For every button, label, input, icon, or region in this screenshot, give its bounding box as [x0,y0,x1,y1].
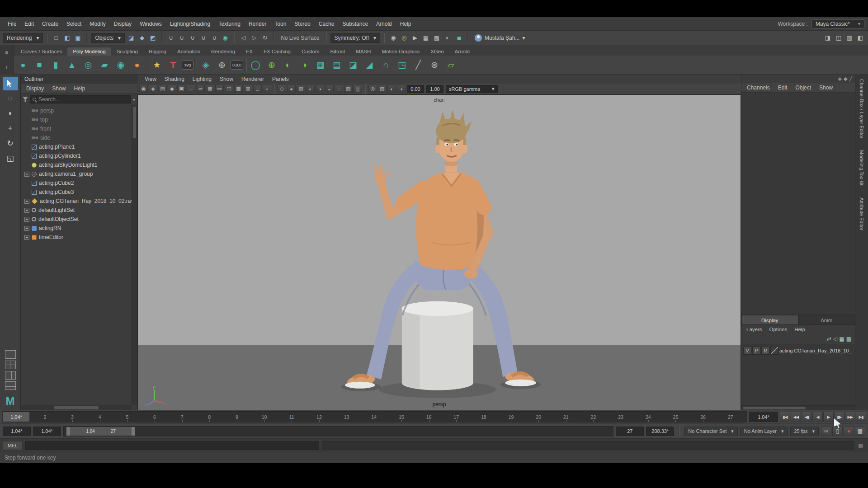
animation-end-field[interactable]: 208.33* [646,427,674,436]
shelf-tab[interactable]: Rendering [206,47,241,56]
sync-layers-icon[interactable]: ⇄ [827,336,831,342]
step-back-frame-button[interactable]: ◀◀ [791,412,801,422]
layer-playback-toggle[interactable]: P [752,347,760,355]
expand-toggle[interactable] [24,127,29,131]
menu-item[interactable]: Cache [315,21,339,27]
create-empty-layer-icon[interactable]: ▦ [839,336,844,342]
render-frame-icon[interactable]: ◉ [388,33,398,43]
menu-item[interactable]: Display [110,21,136,27]
menu-item[interactable]: File [4,21,20,27]
expand-toggle[interactable] [24,117,29,122]
polygon-cube-button[interactable]: ■ [32,57,47,73]
viewport-canvas[interactable]: char: persp y x z [137,94,741,410]
menu-item[interactable]: Edit [20,21,38,27]
shelf-separator[interactable] [146,58,148,72]
multi-cut-button[interactable]: ╱ [410,57,426,73]
shelf-tab[interactable]: Poly Modeling [67,47,111,56]
gate-mask-icon[interactable]: ▩ [234,84,243,93]
toggle-attribute-editor-icon[interactable]: ◨ [823,33,833,43]
viewport-menu-item[interactable]: Panels [269,76,292,82]
render-settings-icon[interactable]: ▦ [421,33,431,43]
menu-item[interactable]: Select [62,21,85,27]
menu-item[interactable]: Stereo [290,21,314,27]
resolution-gate-icon[interactable]: ◫ [225,84,233,93]
hypershade-icon[interactable]: ▩ [432,33,442,43]
sweep-mesh-button[interactable]: ★ [149,57,165,73]
range-selection[interactable]: 1.04 27 [66,427,135,436]
gamma-field[interactable]: 1.00 [426,85,443,93]
outliner-item[interactable]: + timeEditor [23,233,137,242]
step-back-key-button[interactable]: ◀▮ [802,412,812,422]
show-manipulators-icon[interactable]: ◈ [838,76,841,82]
make-live-icon[interactable]: ◉ [220,33,230,43]
screen-space-ao-icon[interactable]: ◒ [325,84,334,93]
target-weld-button[interactable]: ⊗ [427,57,442,73]
channel-box-empty-area[interactable] [741,93,855,314]
extract-button[interactable]: ◪ [345,57,361,73]
go-to-start-button[interactable]: ▮◀ [780,412,790,422]
anim-layer-selector[interactable]: No Anim Layer ▾ [740,427,788,436]
expand-toggle[interactable] [24,154,29,159]
expand-toggle[interactable] [24,190,29,195]
input-connections-icon[interactable]: ◁ [238,33,248,43]
snap-to-view-plane-icon[interactable]: ∪ [209,33,219,43]
snap-to-grid-icon[interactable]: ∪ [166,33,176,43]
snap-to-curve-icon[interactable]: ∪ [177,33,187,43]
layer-editor-menu-item[interactable]: Options [766,327,791,332]
outliner-item[interactable]: acting:pCylinder1 [23,151,137,160]
expand-toggle[interactable]: + [24,217,29,222]
playback-loop-icon[interactable]: ∞ [821,427,831,436]
type-tool-button[interactable]: T [165,57,181,73]
expand-toggle[interactable]: + [24,199,29,204]
edit-channels-icon[interactable]: ╱ [849,76,852,82]
layer-editor-menu-item[interactable]: Help [791,327,808,332]
play-forwards-button[interactable]: ▶ [823,412,834,422]
polygon-plane-button[interactable]: ▰ [97,57,112,73]
step-forward-frame-button[interactable]: ▶▶ [845,412,855,422]
outliner-menu-item[interactable]: Help [70,85,89,92]
symmetry-selector[interactable]: Symmetry: Off ▾ [330,33,380,43]
range-start-handle[interactable] [66,427,70,436]
go-to-end-button[interactable]: ▶▮ [856,412,866,422]
grid-icon[interactable]: ▦ [206,84,214,93]
outliner-menu-item[interactable]: Display [23,85,47,92]
layer-list-scrollbar[interactable] [741,405,855,410]
layout-two-pane-side-by-side[interactable] [5,371,16,380]
channel-box-menu-item[interactable]: Show [816,84,836,91]
selection-mode-selector[interactable]: Objects ▾ [91,33,125,43]
paint-select-tool[interactable]: ◗ [3,107,18,120]
field-chart-icon[interactable]: ▥ [244,84,252,93]
menu-item[interactable]: Windows [136,21,166,27]
quad-draw-button[interactable]: ▱ [443,57,458,73]
tab-attribute-editor[interactable]: Attribute Editor [859,195,864,233]
command-language-toggle[interactable]: MEL [3,441,23,450]
shelf-tab[interactable]: Arnold [449,47,475,56]
menu-item[interactable]: Texturing [214,21,245,27]
outliner-item[interactable]: + actingRN [23,224,137,233]
layer-row[interactable]: V P R acting:CGTarian_Ray_2018_10_ [742,346,854,356]
polygon-cone-button[interactable]: ▲ [64,57,80,73]
tab-channel-box-layer-editor[interactable]: Channel Box / Layer Editor [859,76,864,141]
bookmark-range-icon[interactable]: ▯ [832,427,843,436]
select-tool[interactable] [3,77,18,90]
search-input[interactable]: Search... [30,95,131,103]
outliner-horizontal-scrollbar[interactable] [21,405,132,410]
outliner-menu-item[interactable]: Show [48,85,69,92]
user-account-menu[interactable]: Mustafa Şah... ▾ [472,34,528,42]
polygon-cylinder-button[interactable]: ▮ [48,57,63,73]
bridge-button[interactable]: ∩ [378,57,393,73]
exposure-icon[interactable]: ◐ [387,84,396,93]
svg-tool-button[interactable]: svg [182,61,193,70]
construction-history-icon[interactable]: ↻ [260,33,270,43]
lock-camera-icon[interactable]: ◈ [149,84,157,93]
snap-to-point-icon[interactable]: ∪ [188,33,198,43]
snap-together-button[interactable]: ⊕ [214,57,230,73]
menu-item[interactable]: Create [38,21,62,27]
menu-item[interactable]: Lighting/Shading [166,21,214,27]
animation-preferences-icon[interactable]: ▦ [855,427,865,436]
polygon-disc-button[interactable]: ◉ [113,57,128,73]
camera-attributes-icon[interactable]: ▤ [158,84,167,93]
polygon-torus-button[interactable]: ◎ [80,57,96,73]
toggle-tool-settings-icon[interactable]: ◫ [834,33,844,43]
toggle-outliner-icon[interactable]: ◧ [855,33,865,43]
